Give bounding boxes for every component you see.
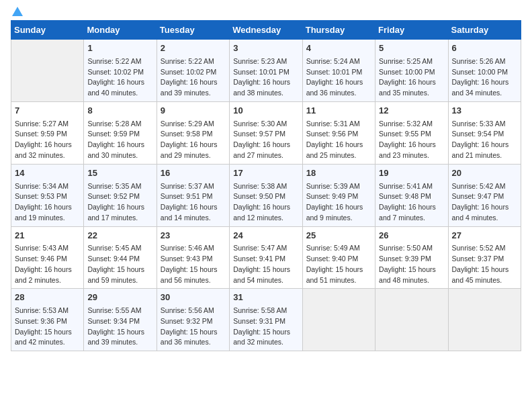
calendar-cell: 3Sunrise: 5:23 AM Sunset: 10:01 PM Dayli… — [230, 40, 302, 102]
weekday-header-monday: Monday — [84, 21, 157, 40]
calendar-cell: 22Sunrise: 5:45 AM Sunset: 9:44 PM Dayli… — [84, 226, 157, 289]
day-number: 15 — [87, 167, 152, 180]
calendar-cell: 19Sunrise: 5:41 AM Sunset: 9:48 PM Dayli… — [375, 164, 448, 226]
calendar-cell: 27Sunrise: 5:52 AM Sunset: 9:37 PM Dayli… — [448, 226, 521, 289]
calendar-cell: 26Sunrise: 5:50 AM Sunset: 9:39 PM Dayli… — [375, 226, 448, 289]
day-number: 11 — [306, 105, 371, 118]
calendar-header: SundayMondayTuesdayWednesdayThursdayFrid… — [11, 21, 521, 40]
day-number: 13 — [452, 105, 517, 118]
calendar-cell: 6Sunrise: 5:26 AM Sunset: 10:00 PM Dayli… — [448, 40, 521, 102]
day-number: 10 — [233, 105, 298, 118]
calendar-cell — [11, 40, 84, 102]
calendar-cell: 15Sunrise: 5:35 AM Sunset: 9:52 PM Dayli… — [84, 164, 157, 226]
day-info: Sunrise: 5:25 AM Sunset: 10:00 PM Daylig… — [379, 56, 444, 99]
day-number: 27 — [452, 230, 517, 242]
calendar-cell — [375, 289, 448, 351]
day-number: 14 — [15, 167, 80, 180]
day-number: 8 — [87, 105, 152, 118]
weekday-header-friday: Friday — [375, 21, 448, 40]
day-number: 16 — [161, 167, 226, 180]
logo-triangle-icon — [12, 7, 23, 16]
day-info: Sunrise: 5:46 AM Sunset: 9:43 PM Dayligh… — [161, 243, 226, 285]
day-number: 23 — [161, 230, 226, 242]
day-info: Sunrise: 5:22 AM Sunset: 10:02 PM Daylig… — [87, 56, 152, 99]
day-info: Sunrise: 5:34 AM Sunset: 9:53 PM Dayligh… — [15, 181, 80, 224]
calendar-cell: 11Sunrise: 5:31 AM Sunset: 9:56 PM Dayli… — [302, 101, 375, 164]
day-info: Sunrise: 5:27 AM Sunset: 9:59 PM Dayligh… — [15, 119, 80, 161]
calendar-cell: 20Sunrise: 5:42 AM Sunset: 9:47 PM Dayli… — [448, 164, 521, 226]
day-info: Sunrise: 5:50 AM Sunset: 9:39 PM Dayligh… — [379, 243, 444, 285]
day-info: Sunrise: 5:45 AM Sunset: 9:44 PM Dayligh… — [87, 243, 152, 285]
day-number: 2 — [161, 42, 226, 55]
calendar-cell — [448, 289, 521, 351]
weekday-header-saturday: Saturday — [448, 21, 521, 40]
calendar-cell: 30Sunrise: 5:56 AM Sunset: 9:32 PM Dayli… — [157, 289, 229, 351]
calendar-cell: 8Sunrise: 5:28 AM Sunset: 9:59 PM Daylig… — [84, 101, 157, 164]
day-number: 28 — [15, 291, 80, 304]
day-info: Sunrise: 5:38 AM Sunset: 9:50 PM Dayligh… — [233, 181, 298, 224]
calendar-cell: 10Sunrise: 5:30 AM Sunset: 9:57 PM Dayli… — [230, 101, 302, 164]
calendar-cell: 16Sunrise: 5:37 AM Sunset: 9:51 PM Dayli… — [157, 164, 229, 226]
calendar-table: SundayMondayTuesdayWednesdayThursdayFrid… — [11, 20, 521, 351]
day-number: 26 — [379, 230, 444, 242]
calendar-cell: 12Sunrise: 5:32 AM Sunset: 9:55 PM Dayli… — [375, 101, 448, 164]
calendar-body: 1Sunrise: 5:22 AM Sunset: 10:02 PM Dayli… — [11, 40, 521, 351]
day-number: 30 — [161, 291, 226, 304]
day-number: 5 — [379, 42, 444, 55]
day-number: 29 — [87, 291, 152, 304]
day-number: 6 — [452, 42, 517, 55]
calendar-cell: 5Sunrise: 5:25 AM Sunset: 10:00 PM Dayli… — [375, 40, 448, 102]
week-row-1: 1Sunrise: 5:22 AM Sunset: 10:02 PM Dayli… — [11, 40, 521, 102]
calendar-cell: 2Sunrise: 5:22 AM Sunset: 10:02 PM Dayli… — [157, 40, 229, 102]
day-info: Sunrise: 5:56 AM Sunset: 9:32 PM Dayligh… — [161, 306, 226, 348]
day-info: Sunrise: 5:32 AM Sunset: 9:55 PM Dayligh… — [379, 119, 444, 161]
calendar-cell: 31Sunrise: 5:58 AM Sunset: 9:31 PM Dayli… — [230, 289, 302, 351]
day-info: Sunrise: 5:30 AM Sunset: 9:57 PM Dayligh… — [233, 119, 298, 161]
weekday-header-tuesday: Tuesday — [157, 21, 229, 40]
day-number: 20 — [452, 167, 517, 180]
day-info: Sunrise: 5:33 AM Sunset: 9:54 PM Dayligh… — [452, 119, 517, 161]
day-info: Sunrise: 5:42 AM Sunset: 9:47 PM Dayligh… — [452, 181, 517, 224]
day-number: 31 — [233, 291, 298, 304]
week-row-3: 14Sunrise: 5:34 AM Sunset: 9:53 PM Dayli… — [11, 164, 521, 226]
day-number: 1 — [87, 42, 152, 55]
day-info: Sunrise: 5:29 AM Sunset: 9:58 PM Dayligh… — [161, 119, 226, 161]
day-number: 4 — [306, 42, 371, 55]
day-number: 24 — [233, 230, 298, 242]
weekday-header-sunday: Sunday — [11, 21, 84, 40]
day-info: Sunrise: 5:26 AM Sunset: 10:00 PM Daylig… — [452, 56, 517, 99]
day-info: Sunrise: 5:58 AM Sunset: 9:31 PM Dayligh… — [233, 306, 298, 348]
day-info: Sunrise: 5:53 AM Sunset: 9:36 PM Dayligh… — [15, 306, 80, 348]
header — [11, 7, 521, 16]
calendar-cell: 28Sunrise: 5:53 AM Sunset: 9:36 PM Dayli… — [11, 289, 84, 351]
calendar-cell: 4Sunrise: 5:24 AM Sunset: 10:01 PM Dayli… — [302, 40, 375, 102]
weekday-header-thursday: Thursday — [302, 21, 375, 40]
day-number: 17 — [233, 167, 298, 180]
day-number: 3 — [233, 42, 298, 55]
day-number: 21 — [15, 230, 80, 242]
calendar-cell: 13Sunrise: 5:33 AM Sunset: 9:54 PM Dayli… — [448, 101, 521, 164]
weekday-header-wednesday: Wednesday — [230, 21, 302, 40]
day-number: 22 — [87, 230, 152, 242]
calendar-cell: 25Sunrise: 5:49 AM Sunset: 9:40 PM Dayli… — [302, 226, 375, 289]
week-row-5: 28Sunrise: 5:53 AM Sunset: 9:36 PM Dayli… — [11, 289, 521, 351]
calendar-cell: 17Sunrise: 5:38 AM Sunset: 9:50 PM Dayli… — [230, 164, 302, 226]
day-number: 12 — [379, 105, 444, 118]
day-info: Sunrise: 5:47 AM Sunset: 9:41 PM Dayligh… — [233, 243, 298, 285]
logo — [11, 7, 23, 16]
calendar-cell — [302, 289, 375, 351]
day-number: 18 — [306, 167, 371, 180]
calendar-cell: 23Sunrise: 5:46 AM Sunset: 9:43 PM Dayli… — [157, 226, 229, 289]
week-row-4: 21Sunrise: 5:43 AM Sunset: 9:46 PM Dayli… — [11, 226, 521, 289]
day-info: Sunrise: 5:22 AM Sunset: 10:02 PM Daylig… — [161, 56, 226, 99]
calendar-cell: 14Sunrise: 5:34 AM Sunset: 9:53 PM Dayli… — [11, 164, 84, 226]
day-info: Sunrise: 5:52 AM Sunset: 9:37 PM Dayligh… — [452, 243, 517, 285]
week-row-2: 7Sunrise: 5:27 AM Sunset: 9:59 PM Daylig… — [11, 101, 521, 164]
calendar-cell: 7Sunrise: 5:27 AM Sunset: 9:59 PM Daylig… — [11, 101, 84, 164]
day-info: Sunrise: 5:28 AM Sunset: 9:59 PM Dayligh… — [87, 119, 152, 161]
day-info: Sunrise: 5:24 AM Sunset: 10:01 PM Daylig… — [306, 56, 371, 99]
day-number: 19 — [379, 167, 444, 180]
calendar-cell: 18Sunrise: 5:39 AM Sunset: 9:49 PM Dayli… — [302, 164, 375, 226]
calendar-cell: 29Sunrise: 5:55 AM Sunset: 9:34 PM Dayli… — [84, 289, 157, 351]
weekday-header-row: SundayMondayTuesdayWednesdayThursdayFrid… — [11, 21, 521, 40]
